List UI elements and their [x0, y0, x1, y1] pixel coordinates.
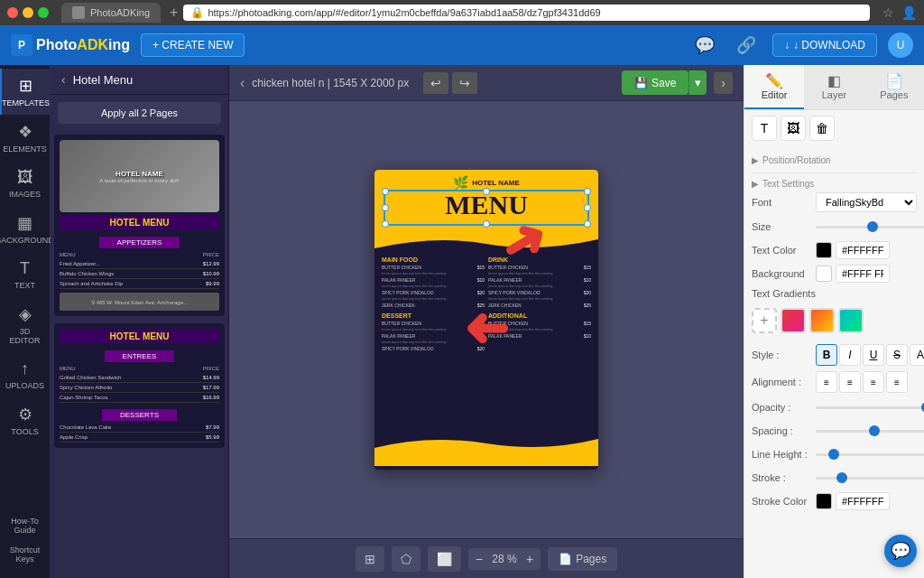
template-item-2[interactable]: HOTEL MENU ENTREES MENUPRICE Grilled Chi… — [54, 323, 225, 448]
canvas-page-info: chicken hotel n | 1545 X 2000 px — [252, 77, 409, 89]
sidebar-label-images: IMAGES — [9, 190, 41, 199]
stroke-color-swatch[interactable] — [816, 493, 832, 509]
gradient-swatches: + — [752, 308, 864, 333]
sidebar-item-elements[interactable]: ❖ ELEMENTS — [0, 115, 50, 161]
undo-button[interactable]: ↩ — [423, 72, 448, 94]
minimize-window-btn[interactable] — [23, 7, 33, 18]
gradient-teal-green[interactable] — [838, 308, 864, 333]
align-center-button[interactable]: ≡ — [839, 371, 861, 393]
save-icon: 💾 — [634, 77, 648, 89]
screen-tool-button[interactable]: ⬜ — [428, 546, 461, 572]
save-button[interactable]: 💾 Save — [622, 70, 688, 95]
user-avatar[interactable]: U — [888, 33, 913, 58]
sidebar-item-text[interactable]: T TEXT — [0, 252, 50, 297]
align-justify-button[interactable]: ≡ — [886, 371, 908, 393]
line-height-label: Line Height : — [752, 449, 810, 460]
stroke-color-input[interactable] — [836, 492, 890, 510]
tab-pages[interactable]: 📄 Pages — [864, 65, 924, 109]
size-slider[interactable] — [816, 226, 924, 228]
font-row: Font FallingSkyBd — [752, 192, 917, 212]
templates-panel-header: ‹ Hotel Menu — [51, 65, 228, 95]
underline-button[interactable]: U — [863, 344, 884, 366]
how-to-guide-link[interactable]: How-To Guide — [0, 513, 50, 538]
shortcut-keys-link[interactable]: Shortcut Keys — [0, 542, 50, 567]
apply-all-button[interactable]: Apply all 2 Pages — [58, 102, 221, 124]
size-label: Size — [752, 221, 810, 232]
shape-tool-button[interactable]: ⬠ — [392, 546, 420, 572]
image-format-icon-btn[interactable]: 🖼 — [781, 116, 806, 141]
sidebar-item-images[interactable]: 🖼 IMAGES — [0, 161, 50, 206]
zoom-in-button[interactable]: + — [526, 552, 533, 566]
redo-button[interactable]: ↪ — [452, 72, 477, 94]
uppercase-button[interactable]: A — [910, 344, 924, 366]
download-arrow-icon: ↓ — [784, 39, 790, 51]
sidebar-item-templates[interactable]: ⊞ TEMPLATES — [0, 69, 50, 115]
sidebar-item-tools[interactable]: ⚙ TOOLS — [0, 397, 50, 443]
background-color-swatch[interactable] — [816, 266, 832, 282]
text-color-input[interactable] — [836, 241, 890, 259]
templates-back-button[interactable]: ‹ — [61, 72, 66, 87]
grid-view-button[interactable]: ⊞ — [356, 546, 384, 572]
zoom-level-display: 28 % — [486, 553, 522, 565]
templates-icon: ⊞ — [19, 76, 32, 96]
browser-chrome: PhotoADKing + 🔒 https://photoadking.com/… — [0, 0, 924, 25]
align-right-button[interactable]: ≡ — [863, 371, 884, 393]
images-icon: 🖼 — [17, 168, 33, 187]
main-layout: ⊞ TEMPLATES ❖ ELEMENTS 🖼 IMAGES ▦ BACKGR… — [0, 65, 924, 578]
alignment-buttons: ≡ ≡ ≡ ≡ — [816, 371, 908, 393]
menu-item-butter-chicken-1: BUTTER CHICKEN$15 — [382, 265, 485, 270]
strikethrough-button[interactable]: S — [886, 344, 908, 366]
font-select[interactable]: FallingSkyBd — [816, 192, 917, 212]
template-hotel-name-1: HOTEL NAME — [99, 170, 179, 178]
style-label: Style : — [752, 350, 810, 360]
menu-title-area[interactable]: MENU — [374, 190, 598, 253]
add-gradient-button[interactable]: + — [752, 308, 777, 333]
text-format-icon-btn[interactable]: T — [752, 116, 777, 141]
browser-tab[interactable]: PhotoADKing — [61, 3, 161, 23]
font-label: Font — [752, 197, 810, 208]
stroke-slider[interactable] — [816, 477, 924, 480]
bold-button[interactable]: B — [816, 344, 837, 366]
tab-editor[interactable]: ✏️ Editor — [744, 65, 804, 109]
line-height-row: Line Height : + — [752, 445, 917, 463]
template-item-1[interactable]: HOTEL NAME A taste of perfection in ever… — [54, 135, 225, 316]
bookmark-icon[interactable]: ☆ — [882, 5, 894, 20]
canvas-next-button[interactable]: › — [714, 72, 733, 94]
save-dropdown-button[interactable]: ▾ — [688, 70, 707, 95]
gradient-orange-yellow[interactable] — [809, 308, 835, 333]
align-left-button[interactable]: ≡ — [816, 371, 837, 393]
zoom-out-button[interactable]: − — [476, 552, 483, 566]
create-new-button[interactable]: + CREATE NEW — [141, 33, 245, 57]
line-height-slider[interactable] — [816, 453, 924, 456]
text-settings-section: ▶ Text Settings Font FallingSkyBd Size T… — [752, 179, 917, 510]
text-color-swatch[interactable] — [816, 242, 832, 258]
opacity-slider[interactable] — [816, 406, 924, 409]
opacity-label: Opacity : — [752, 402, 810, 413]
account-icon[interactable]: 👤 — [901, 5, 917, 20]
sidebar-item-uploads[interactable]: ↑ UPLOADS — [0, 352, 50, 397]
new-tab-button[interactable]: + — [170, 5, 178, 21]
address-bar[interactable]: 🔒 https://photoadking.com/app/#/editor/1… — [183, 5, 870, 21]
pages-button[interactable]: 📄 Pages — [548, 547, 617, 571]
tab-layer[interactable]: ◧ Layer — [804, 65, 864, 109]
share-icon[interactable]: 🔗 — [736, 35, 756, 55]
download-button[interactable]: ↓ ↓ DOWNLOAD — [772, 33, 877, 57]
trash-icon-btn[interactable]: 🗑 — [809, 116, 835, 141]
canvas-prev-button[interactable]: ‹ — [240, 75, 245, 91]
chat-icon[interactable]: 💬 — [695, 35, 715, 55]
uploads-icon: ↑ — [21, 359, 29, 378]
canvas-content[interactable]: 🌿 HOTEL NAME MENU — [229, 101, 744, 538]
sidebar-item-3d-editor[interactable]: ◈ 3D EDITOR — [0, 297, 50, 352]
red-arrow-left: ➜ — [464, 300, 509, 363]
maximize-window-btn[interactable] — [38, 7, 49, 18]
template-hotel-menu-title-1: HOTEL MENU — [60, 215, 219, 230]
spacing-slider[interactable] — [816, 430, 924, 433]
chat-bubble-button[interactable]: 💬 — [884, 535, 917, 567]
gradient-red-pink[interactable] — [781, 308, 806, 333]
italic-button[interactable]: I — [839, 344, 861, 366]
spacing-label: Spacing : — [752, 425, 810, 436]
text-gradients-label: Text Gradients — [752, 288, 816, 299]
background-color-input[interactable] — [836, 265, 890, 283]
close-window-btn[interactable] — [7, 7, 18, 18]
sidebar-item-background[interactable]: ▦ BACKGROUND — [0, 206, 50, 252]
